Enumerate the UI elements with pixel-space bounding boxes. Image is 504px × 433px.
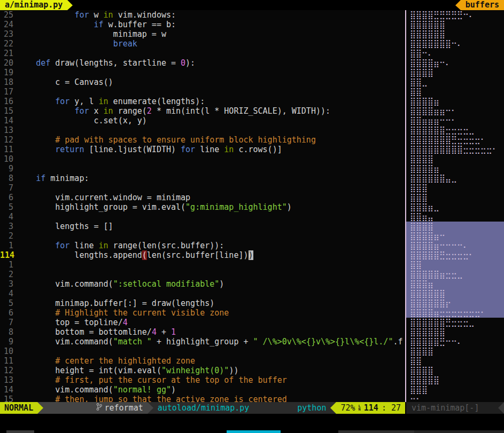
code-line[interactable]: 10: [0, 154, 405, 164]
minimap-row[interactable]: ⣿⣿⠒⠄: [406, 49, 504, 58]
code-line[interactable]: 20 def draw(lengths, startline = 0):: [0, 58, 405, 68]
minimap-row[interactable]: ⣿⣿⣿: [406, 193, 504, 202]
code-line[interactable]: 9 vim.command("match " + highlight_group…: [0, 337, 405, 347]
code-line[interactable]: 25 for w in vim.windows:: [0, 10, 405, 20]
minimap-row[interactable]: ⣿⣿⣿⣿: [406, 154, 504, 164]
buffers-arrow-left-icon: [455, 0, 461, 10]
minimap-row[interactable]: ⣿⣿⣿⣿⣶: [406, 97, 504, 106]
code-line[interactable]: 23 minimap = w: [0, 29, 405, 39]
line-number: 21: [0, 49, 13, 58]
minimap-row[interactable]: ⣿⣿⣿⣿: [406, 366, 504, 375]
code-line[interactable]: 24 if w.buffer == b:: [0, 20, 405, 29]
code-line[interactable]: 13 # first, put the cursor at the top of…: [0, 375, 405, 385]
minimap-row[interactable]: ⣿⣿⣿⣿⣿⣿: [406, 327, 504, 337]
code-line[interactable]: 6 vim.current.window = minimap: [0, 193, 405, 202]
code-line[interactable]: 2: [0, 231, 405, 241]
minimap-row-highlighted[interactable]: ⣿⣿⣿⣶: [406, 279, 504, 289]
code-line[interactable]: 9: [0, 164, 405, 174]
minimap-row[interactable]: ⣿⣿⣿⣿: [406, 68, 504, 77]
line-number: 7: [0, 183, 13, 193]
minimap-row[interactable]: ⣿⣿⣿⣿⣿⣿: [406, 29, 504, 39]
line-number: 15: [0, 395, 13, 402]
powerline-arrow-left-icon: [330, 402, 336, 414]
minimap-row[interactable]: ⣿⣿⣿⣿⣶⠒⠄: [406, 58, 504, 68]
code-line[interactable]: 10: [0, 347, 405, 356]
editor-window[interactable]: 25 for w in vim.windows:24 if w.buffer =…: [0, 10, 405, 402]
code-text: bottom = bottomline/4 + 1: [13, 327, 176, 337]
code-line[interactable]: 11 # center the highlighted zone: [0, 356, 405, 366]
line-number: 1: [0, 260, 13, 270]
minimap-row[interactable]: ⣿⣿⣿⣿⣿⣿: [406, 20, 504, 29]
code-line[interactable]: 1 for line in range(len(src.buffer)):: [0, 241, 405, 250]
minimap-row-highlighted[interactable]: ⣿⣿⣿⣿⣶⣒⣒⣒⣒⣒⣒⣒⠂: [406, 308, 504, 318]
minimap-row[interactable]: ⣿⣿⣿⣿⣿⣿⣿⠒⠄: [406, 39, 504, 49]
minimap-row[interactable]: ⠒⠂: [406, 395, 504, 402]
mode-indicator: NORMAL: [0, 402, 37, 414]
code-line[interactable]: 8 bottom = bottomline/4 + 1: [0, 327, 405, 337]
tab-active-file[interactable]: a/minimap.py: [0, 0, 67, 10]
code-line[interactable]: 18 c = Canvas(): [0, 77, 405, 87]
minimap-row[interactable]: ⣿⣿: [406, 87, 504, 97]
minimap-row[interactable]: ⣿⣿⣀: [406, 77, 504, 87]
minimap-window[interactable]: ⣿⣿⣿⣿⣛⣛⣛⣛⣛⠒⠄⣿⣿⣿⣿⣿⣿⣿⣿⣿⣿⣿⣿⣿⣿⣿⣿⣿⣿⣿⠒⠄⣿⣿⠒⠄⣿⣿⣿⣿…: [406, 10, 504, 402]
minimap-row-highlighted[interactable]: ⣿⣿⣿⣿⣿⣿: [406, 289, 504, 298]
code-line[interactable]: 7: [0, 183, 405, 193]
minimap-row[interactable]: ⣿⣿⣿⣿⣶: [406, 164, 504, 174]
code-line[interactable]: 12 # pad with spaces to ensure uniform b…: [0, 135, 405, 145]
code-line[interactable]: 4: [0, 212, 405, 222]
code-line[interactable]: 8 if minimap:: [0, 174, 405, 183]
tab-arrow-right-icon: [67, 0, 73, 10]
code-line[interactable]: 114 lengths.append(len(src.buffer[line])…: [0, 250, 405, 260]
code-line[interactable]: 2: [0, 270, 405, 279]
line-number: 13: [0, 375, 13, 385]
minimap-row[interactable]: ⣿⣿⣶⣤: [406, 212, 504, 222]
code-text: # Highlight the current visible zone: [13, 308, 229, 318]
minimap-row[interactable]: ⣿⣿⣿⣶⣀: [406, 202, 504, 212]
minimap-row-highlighted[interactable]: ⣿⣿⣿⣿⣿⣛⣒⣒⣒⣒⠂: [406, 250, 504, 260]
code-line[interactable]: 7 top = topline/4: [0, 318, 405, 327]
line-number: 5: [0, 298, 13, 308]
code-line[interactable]: 16 for y, l in enumerate(lengths):: [0, 97, 405, 106]
minimap-row-highlighted[interactable]: ⣿⣿⣿⣿⣶⠒⠒⠒⠒⠄: [406, 241, 504, 250]
minimap-row[interactable]: ⣿⣿⣿⣿⣿⣿⣤⣀: [406, 174, 504, 183]
minimap-row-highlighted[interactable]: ⣿⣿⣿⣿⣿⣿⡖: [406, 298, 504, 308]
minimap-row[interactable]: ⣿⣿⣶⣶⣶⠒⠒⠂: [406, 116, 504, 125]
code-line[interactable]: 12 height = int(vim.eval("winheight(0)")…: [0, 366, 405, 375]
minimap-row-highlighted[interactable]: ⣿⣿⣿⣿⣿⣶⣒⣒⣀: [406, 270, 504, 279]
minimap-row[interactable]: ⣿⣿⣿⣿⣿⣿⣿⣛⣒⣒⣒⣒⠂: [406, 135, 504, 145]
code-line[interactable]: 15 for x in range(2 * min(int(l * HORIZ_…: [0, 106, 405, 116]
code-line[interactable]: 11 return [line.ljust(WIDTH) for line in…: [0, 145, 405, 154]
code-line[interactable]: 6 # Highlight the current visible zone: [0, 308, 405, 318]
minimap-row[interactable]: ⣿⣿⣿⣿⣿: [406, 375, 504, 385]
code-line[interactable]: 19: [0, 68, 405, 77]
minimap-row[interactable]: ⣿⣿: [406, 356, 504, 366]
minimap-row[interactable]: ⣿⣿⣿⣿⣶⣶⠒⠂: [406, 106, 504, 116]
line-number: 3: [0, 279, 13, 289]
line-number: 4: [0, 289, 13, 298]
code-line[interactable]: 14 c.set(x, y): [0, 116, 405, 125]
minimap-row-highlighted[interactable]: ⣿⣿: [406, 260, 504, 270]
minimap-row[interactable]: ⣿⣿⣿⣿⣿⣛⠒⠒⠄: [406, 337, 504, 347]
code-line[interactable]: 22 break: [0, 39, 405, 49]
code-line[interactable]: 4: [0, 289, 405, 298]
code-line[interactable]: 5 minimap.buffer[:] = draw(lengths): [0, 298, 405, 308]
code-line[interactable]: 21: [0, 49, 405, 58]
code-line[interactable]: 3 lengths = []: [0, 222, 405, 231]
minimap-row[interactable]: ⣿⣿⣿⣿⣿⣿⣿⣿⣿⣒⣒⣒⣒⣒⠂: [406, 145, 504, 154]
code-line[interactable]: 1: [0, 260, 405, 270]
tab-buffers[interactable]: buffers: [461, 0, 504, 10]
minimap-row[interactable]: ⣿⣿⣿: [406, 183, 504, 193]
minimap-row[interactable]: ⣿⣿⣿: [406, 385, 504, 395]
minimap-row[interactable]: ⣿⣿⣿⣿⣿⣿⣒⣒⣒⣒⣀: [406, 125, 504, 135]
code-line[interactable]: 5 highlight_group = vim.eval("g:minimap_…: [0, 202, 405, 212]
code-line[interactable]: 13: [0, 125, 405, 135]
minimap-row-highlighted[interactable]: ⣿⣿⣿⣿⣶⠒: [406, 231, 504, 241]
code-line[interactable]: 17: [0, 87, 405, 97]
statusline-minimap: vim-minimap[-]: [406, 402, 504, 414]
minimap-row[interactable]: ⣿⣿⣿⣿⣿⣿⣛⣒⣒⣒⣀: [406, 318, 504, 327]
code-line[interactable]: 3 vim.command(":setlocal modifiable"): [0, 279, 405, 289]
line-number: 10: [0, 347, 13, 356]
minimap-row-highlighted[interactable]: ⣿⣿⣿⣿: [406, 222, 504, 231]
minimap-row[interactable]: ⣿⣿⣿⣿⣛⣛⣛⣛⣛⠒⠄: [406, 10, 504, 20]
minimap-row[interactable]: ⣿⣿⣿⣿: [406, 347, 504, 356]
